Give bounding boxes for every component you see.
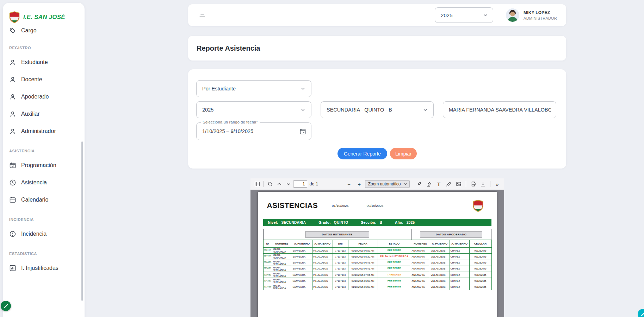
pdf-prev-page-button[interactable] — [275, 179, 284, 189]
cell: SAAVEDRA — [292, 266, 312, 272]
cell: ANA MARIA — [411, 278, 430, 284]
student-input[interactable]: MARIA FERNANDA SAAVEDRA VILLALOBOS - 771… — [443, 101, 556, 118]
cell: 77107693 — [333, 254, 348, 260]
corner-fab[interactable] — [638, 309, 644, 317]
cell: MARIA FERNANDA — [272, 260, 292, 266]
sidebar-clipped-region: Cargo — [3, 27, 85, 37]
sidebar-item-i-injustificadas[interactable]: I. Injustificadas — [3, 259, 85, 277]
pdf-search-button[interactable] — [266, 179, 275, 189]
cell: CHAVEZ — [450, 272, 469, 278]
cell: VILLALOBOS — [430, 284, 450, 290]
pdf-zoom-out-button[interactable]: − — [345, 179, 354, 189]
topbar-right: 2025 MIKY LOPEZ ADMINISTRADOR — [435, 7, 557, 23]
menu-toggle-button[interactable] — [197, 10, 207, 20]
cell: CHAVEZ — [450, 284, 469, 290]
sidebar-item-cargo[interactable]: Cargo — [3, 27, 85, 37]
cell: ANA MARIA — [411, 266, 430, 272]
pdf-page-input[interactable] — [293, 180, 307, 188]
alert-circle-icon — [9, 230, 16, 237]
sidebar-item-auxiliar[interactable]: Auxiliar — [3, 105, 85, 122]
section-select[interactable]: SECUNDARIA - QUINTO - B — [321, 101, 434, 118]
cell: CHAVEZ — [450, 254, 469, 260]
pdf-print-button[interactable] — [469, 179, 478, 189]
report-type-select[interactable]: Por Estudiante — [196, 80, 311, 97]
cell: 77107693 — [333, 272, 348, 278]
pdf-draw-button[interactable] — [444, 179, 453, 189]
sidebar-section-label: INCIDENCIA — [3, 217, 85, 222]
report-date-from: 01/10/2025 — [332, 204, 349, 208]
cell-estado: PRESENTE — [378, 284, 411, 290]
sidebar-item-docente[interactable]: Docente — [3, 71, 85, 88]
cell: MARIA FERNANDA — [272, 266, 292, 272]
sidebar-scrollbar[interactable] — [81, 141, 83, 301]
sidebar-item-apoderado[interactable]: Apoderado — [3, 88, 85, 105]
cell: VILLALOBOS — [312, 260, 333, 266]
pdf-save-button[interactable] — [478, 179, 488, 189]
sidebar-item-estudiante[interactable]: Estudiante — [3, 53, 85, 71]
pdf-zoom-in-button[interactable]: + — [355, 179, 364, 189]
group-header-student: DATOS ESTUDIANTE — [305, 231, 369, 238]
cell: VILLALOBOS — [312, 284, 333, 290]
generate-report-button[interactable]: Generar Reporte — [338, 148, 387, 159]
report-col-header: NOMBRES — [411, 240, 430, 248]
cell-id: 227253 — [263, 254, 272, 260]
cell: VILLALOBOS — [430, 266, 450, 272]
sidebar-item-asistencia[interactable]: Asistencia — [3, 174, 85, 191]
cell: 991282645 — [469, 254, 491, 260]
cell: ANA MARIA — [411, 284, 430, 290]
cell: 991282645 — [469, 272, 491, 278]
pdf-signature-button[interactable] — [415, 179, 424, 189]
cell-id: 223439 — [263, 284, 272, 290]
sidebar-item-administrador[interactable]: Administrador — [3, 122, 85, 140]
cell-id: 225083 — [263, 272, 272, 278]
report-col-header: FECHA — [348, 240, 378, 248]
date-range-field[interactable]: Selecciona un rango de fecha* 1/10/2025 … — [196, 122, 311, 140]
cell: SAAVEDRA — [292, 248, 312, 254]
cell: SAAVEDRA — [292, 260, 312, 266]
cell: 01/10/2025 06:59 AM — [348, 284, 378, 290]
cell: 06/10/2025 06:45 AM — [348, 266, 378, 272]
clear-button[interactable]: Limpiar — [390, 148, 417, 159]
cell: SAAVEDRA — [292, 278, 312, 284]
cell: 991282645 — [469, 284, 491, 290]
sidebar-item-label: I. Injustificadas — [21, 265, 58, 271]
pdf-image-button[interactable] — [454, 179, 463, 189]
pdf-text-button[interactable]: T — [434, 179, 444, 189]
date-range-value: 1/10/2025 – 9/10/2025 — [202, 128, 253, 134]
user-menu[interactable]: MIKY LOPEZ ADMINISTRADOR — [506, 8, 557, 22]
year-filter-select[interactable]: 2025 — [196, 101, 311, 118]
avatar — [506, 8, 519, 22]
pdf-zoom-select[interactable]: Zoom automático — [365, 180, 410, 188]
cell: VILLALOBOS — [430, 254, 450, 260]
sidebar-section-label: REGISTRO — [3, 46, 85, 50]
edit-fab[interactable] — [1, 301, 11, 311]
cell: 77107693 — [333, 278, 348, 284]
year-select[interactable]: 2025 — [435, 7, 493, 23]
cell: CHAVEZ — [450, 278, 469, 284]
report-col-header: ESTADO — [378, 240, 411, 248]
sidebar-item-label: Cargo — [21, 27, 37, 34]
pdf-highlight-button[interactable] — [425, 179, 434, 189]
brand: I.E. SAN JOSÉ — [3, 3, 85, 27]
sidebar-item-programacion[interactable]: Programación — [3, 157, 85, 174]
sidebar-item-calendario[interactable]: Calendario — [3, 191, 85, 208]
brand-name: I.E. SAN JOSÉ — [23, 14, 65, 21]
cell: ANA MARIA — [411, 248, 430, 254]
sidebar-item-label: Incidencia — [21, 231, 47, 237]
clock-icon — [9, 179, 16, 186]
meta-pair: Año:2025 — [395, 221, 415, 224]
sidebar-item-incidencia[interactable]: Incidencia — [3, 225, 85, 242]
cell: 07/10/2025 06:49 AM — [348, 260, 378, 266]
pdf-next-page-button[interactable] — [284, 179, 293, 189]
sidebar-item-label: Docente — [21, 76, 42, 83]
pdf-more-tools-button[interactable]: » — [493, 179, 502, 189]
meta-pair: Grado:QUINTO — [318, 221, 348, 224]
sidebar-item-label: Asistencia — [21, 179, 47, 186]
cell: 77107693 — [333, 248, 348, 254]
person-icon — [9, 59, 16, 66]
calendar-check-icon — [9, 162, 16, 169]
cell: ANA MARIA — [411, 260, 430, 266]
cell: VILLALOBOS — [312, 278, 333, 284]
report-date-range: 01/10/2025 - 09/10/2025 — [332, 204, 383, 208]
pdf-sidebar-toggle-button[interactable] — [253, 179, 262, 189]
